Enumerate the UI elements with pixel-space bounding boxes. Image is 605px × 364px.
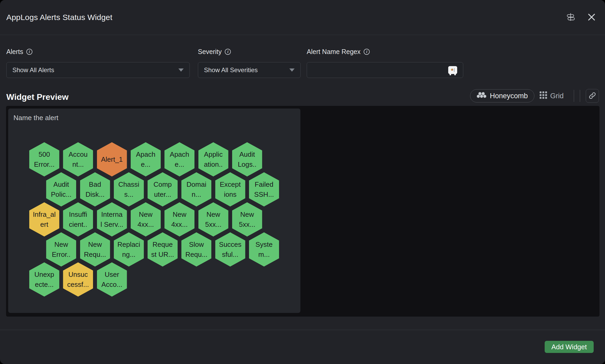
honeycomb-cell[interactable]: New5xx... [198,202,228,237]
honeycomb-cell[interactable]: Chassis... [114,172,144,206]
honeycomb-cell[interactable]: AuditPolic... [46,172,76,206]
regex-input[interactable] [313,62,448,78]
header-actions [566,13,596,22]
honeycomb-cell-label: m... [258,249,270,259]
honeycomb-cell[interactable]: UserAcco... [97,262,127,297]
honeycomb-cell-label: 500 [38,149,50,159]
honeycomb-toggle[interactable]: Honeycomb [470,89,534,102]
honeycomb-icon [477,92,486,100]
honeycomb-cell-label: Alert_1 [101,154,123,164]
honeycomb-cell[interactable]: Apache... [164,142,194,176]
honeycomb-cell[interactable]: Account... [63,142,93,176]
honeycomb-cell[interactable]: NewError.. [46,232,76,267]
honeycomb-cell-label: New [54,239,68,249]
toolbar-separator [574,90,574,102]
honeycomb-cell[interactable]: New4xx... [131,202,161,237]
widget-card-title: Name the alert [13,114,58,122]
honeycomb-cell-label: Infra_al [33,209,56,219]
chevron-down-icon [289,68,295,72]
honeycomb-cell[interactable]: Infra_alert [29,202,59,237]
honeycomb-cell-label: Domai [187,179,206,189]
honeycomb-cell-label: ert [40,219,48,229]
honeycomb-cell-label: New [88,239,102,249]
honeycomb-cell-label: Except [220,179,241,189]
regex-info-icon[interactable]: i [364,49,370,55]
honeycomb-cell-label: Requ... [185,249,207,259]
honeycomb-cell-label: Acco... [101,279,122,289]
honeycomb-cell[interactable]: Successful... [215,232,245,267]
honeycomb-cell[interactable]: Unsuccessf... [63,262,93,297]
honeycomb-cell[interactable]: New4xx... [164,202,194,237]
preview-container: Name the alert 500Error...Account...Aler… [6,106,599,317]
severity-info-icon[interactable]: i [225,49,231,55]
signpost-icon [566,13,575,22]
honeycomb-cell-label: Interna [101,209,123,219]
honeycomb-cell[interactable]: AuditLogs.. [232,142,262,176]
honeycomb-cell-label: Accou [69,149,87,159]
preview-heading: Widget Preview [6,92,69,102]
regex-label-text: Alert Name Regex [307,48,360,56]
honeycomb-cell[interactable]: Application.. [198,142,228,176]
honeycomb-cell[interactable]: SlowRequ... [181,232,211,267]
honeycomb-cell-label: s... [124,189,133,199]
alerts-info-icon[interactable]: i [26,49,32,55]
signpost-button[interactable] [566,13,575,22]
honeycomb-cell-label: Applic [204,149,223,159]
honeycomb-cell-label: Reque [153,239,173,249]
alerts-select[interactable]: Show All Alerts [6,62,190,78]
honeycomb-cell-label: nt... [72,159,84,169]
honeycomb-cell[interactable]: BadDisk... [80,172,110,206]
modal-title: AppLogs Alerts Status Widget [6,13,113,22]
honeycomb-cell-label: Disk... [85,189,104,199]
grid-toggle-label: Grid [550,92,564,100]
honeycomb-cell-label: Replaci [117,239,140,249]
close-button[interactable] [588,13,596,22]
add-widget-button[interactable]: Add Widget [545,341,594,353]
regex-label: Alert Name Regex i [307,48,370,56]
honeycomb-cell-label: ation.. [204,159,223,169]
honeycomb-cell-label: Unexp [34,269,54,279]
close-icon [588,13,596,22]
grid-icon [540,91,547,101]
honeycomb-cell-label: Error... [34,159,55,169]
honeycomb-cell[interactable]: Domain... [181,172,211,206]
honeycomb-cell-label: n... [192,189,201,199]
honeycomb-cell-label: Audit [239,149,255,159]
honeycomb-cell-label: l Serv... [100,219,123,229]
honeycomb-cell[interactable]: Internal Serv... [97,202,127,237]
honeycomb-cell[interactable]: Replacing... [114,232,144,267]
honeycomb-cell-label: uter... [154,189,171,199]
honeycomb-cell[interactable]: Alert_1 [97,142,127,176]
honeycomb-cell[interactable]: NewRequ... [80,232,110,267]
footer-divider [0,330,605,330]
honeycomb-cell-label: sful... [222,249,238,259]
honeycomb-cell[interactable]: Apache... [131,142,161,176]
honeycomb-cell-label: Logs.. [238,159,256,169]
link-button[interactable] [586,89,599,103]
honeycomb-cell-label: e... [141,159,150,169]
alerts-select-value: Show All Alerts [12,66,54,74]
honeycomb-cell[interactable]: 500Error... [29,142,59,176]
severity-select[interactable]: Show All Severities [198,62,301,78]
grid-toggle[interactable]: Grid [537,89,566,102]
honeycomb-cell[interactable]: Computer... [148,172,178,206]
honeycomb-cell[interactable]: FailedSSH... [249,172,279,206]
honeycomb-cell-label: 4xx... [171,219,188,229]
severity-select-value: Show All Severities [204,66,258,74]
honeycomb-cell-label: ecte... [35,279,54,289]
honeycomb-cell-label: Apach [136,149,155,159]
honeycomb-cell-label: New [240,209,254,219]
honeycomb-cell[interactable]: Exceptions [215,172,245,206]
severity-label-text: Severity [198,48,222,56]
honeycomb-cell-label: Apach [170,149,189,159]
regex-icon[interactable]: * [448,66,457,74]
honeycomb-cell[interactable]: New5xx... [232,202,262,237]
honeycomb-cell-label: Bad [89,179,101,189]
honeycomb-cell-label: 4xx... [138,219,154,229]
honeycomb-cell[interactable]: System... [249,232,279,267]
honeycomb-cell[interactable]: Unexpecte... [29,262,59,297]
link-icon [588,92,596,100]
honeycomb-cell[interactable]: Request UR... [148,232,178,267]
preview-toolbar: Honeycomb Grid [470,89,599,103]
honeycomb-cell[interactable]: Insufficient.. [63,202,93,237]
